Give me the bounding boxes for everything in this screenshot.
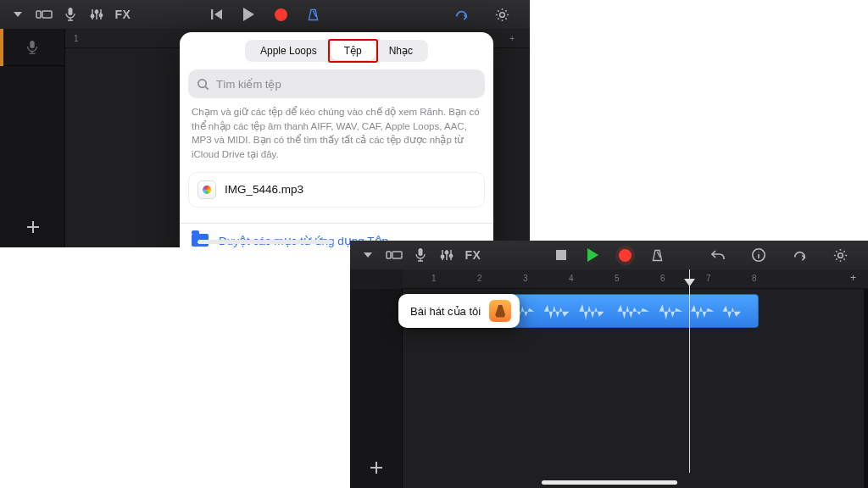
segment-music[interactable]: Nhạc: [376, 42, 426, 60]
garageband-panel-bottom: FX 1 2 3 4 5 6 7 8 +: [350, 241, 868, 488]
fx-button[interactable]: FX: [460, 241, 486, 269]
undo-icon[interactable]: [705, 241, 731, 269]
segment-files-label: Tệp: [344, 45, 362, 57]
search-placeholder: Tìm kiếm tệp: [216, 78, 281, 91]
svg-point-5: [99, 14, 102, 16]
ruler-mark: 7: [706, 274, 711, 283]
svg-rect-11: [392, 252, 402, 258]
play-icon[interactable]: [581, 241, 606, 269]
garageband-app-icon: [489, 300, 511, 322]
search-icon: [197, 78, 209, 91]
go-to-start-icon[interactable]: [204, 0, 230, 29]
ruler-end-plus[interactable]: +: [850, 272, 856, 284]
fx-button[interactable]: FX: [110, 0, 136, 29]
svg-point-7: [499, 12, 504, 17]
track-header-column: [350, 289, 403, 488]
settings-gear-icon[interactable]: [489, 0, 515, 29]
loop-browser-icon[interactable]: [787, 241, 812, 269]
track-mic-icon: [25, 40, 40, 55]
ruler-mark: 8: [752, 274, 757, 283]
ruler-mark: 2: [477, 274, 482, 283]
record-icon[interactable]: [269, 0, 294, 29]
svg-rect-2: [69, 8, 73, 15]
segment-files[interactable]: Tệp: [331, 42, 376, 60]
file-name-label: IMG_5446.mp3: [225, 183, 303, 196]
track-settings-dropdown-icon[interactable]: [355, 241, 381, 269]
track-settings-dropdown-icon[interactable]: [5, 0, 31, 29]
ruler-mark: 5: [615, 274, 620, 283]
bar-ruler[interactable]: 1 2 3 4 5 6 7 8 +: [403, 269, 868, 289]
svg-rect-12: [419, 248, 423, 256]
mixer-sliders-icon[interactable]: [434, 241, 459, 269]
svg-rect-6: [211, 9, 213, 19]
ruler-mark: 3: [523, 274, 528, 283]
ruler-mark: 6: [660, 274, 665, 283]
track-color-indicator: [0, 29, 3, 66]
add-track-button[interactable]: [0, 207, 65, 247]
toolbar-bottom: FX: [350, 241, 868, 269]
help-description: Chạm và giữ các tệp để kéo chúng vào chế…: [180, 105, 493, 172]
svg-point-14: [445, 251, 448, 253]
garageband-panel-top: FX 1 + Apple Loops Tệp: [0, 0, 530, 247]
playhead[interactable]: [689, 269, 690, 473]
metronome-icon[interactable]: [645, 241, 670, 269]
loop-browser-icon[interactable]: [448, 0, 474, 29]
svg-point-15: [449, 254, 452, 257]
play-icon[interactable]: [236, 0, 262, 29]
timeline-edge: [864, 289, 868, 488]
track-header-column: [0, 29, 65, 247]
svg-rect-10: [387, 252, 391, 258]
svg-point-3: [91, 14, 93, 17]
imported-file-row[interactable]: IMG_5446.mp3: [188, 172, 485, 208]
ruler-mark: 4: [569, 274, 574, 283]
track-view-icon[interactable]: [31, 0, 57, 29]
stop-icon[interactable]: [548, 241, 574, 269]
file-search-field[interactable]: Tìm kiếm tệp: [188, 69, 485, 98]
settings-gear-icon[interactable]: [827, 241, 853, 269]
home-indicator: [198, 240, 333, 244]
svg-rect-8: [30, 40, 34, 47]
record-icon[interactable]: [613, 241, 638, 269]
toolbar-top: FX: [0, 0, 530, 29]
svg-point-13: [441, 255, 443, 258]
svg-rect-1: [42, 11, 52, 18]
segment-apple-loops[interactable]: Apple Loops: [247, 42, 331, 60]
music-file-icon: [198, 180, 216, 199]
svg-point-4: [95, 10, 97, 13]
audio-track-header[interactable]: [0, 29, 64, 66]
microphone-icon[interactable]: [408, 241, 433, 269]
file-browser-popover: Apple Loops Tệp Nhạc Tìm kiếm tệp Chạm v…: [180, 32, 493, 247]
track-name-label: Bài hát của tôi: [410, 305, 481, 318]
mixer-sliders-icon[interactable]: [84, 0, 109, 29]
svg-point-9: [198, 79, 206, 86]
add-track-button[interactable]: [350, 447, 403, 488]
track-name-popover[interactable]: Bài hát của tôi: [398, 294, 520, 328]
svg-rect-0: [36, 11, 41, 18]
ruler-mark: 1: [431, 274, 437, 283]
track-view-icon[interactable]: [381, 241, 407, 269]
ruler-mark: 1: [74, 34, 79, 43]
ruler-end-plus[interactable]: +: [509, 34, 515, 43]
source-segmented-control: Apple Loops Tệp Nhạc: [180, 32, 493, 69]
metronome-icon[interactable]: [301, 0, 326, 29]
timeline-area[interactable]: 1 2 3 4 5 6 7 8 + Bài hát của tôi: [403, 269, 868, 488]
microphone-icon[interactable]: [58, 0, 83, 29]
info-icon[interactable]: [746, 241, 771, 269]
home-indicator: [542, 480, 677, 485]
svg-point-17: [837, 252, 843, 258]
